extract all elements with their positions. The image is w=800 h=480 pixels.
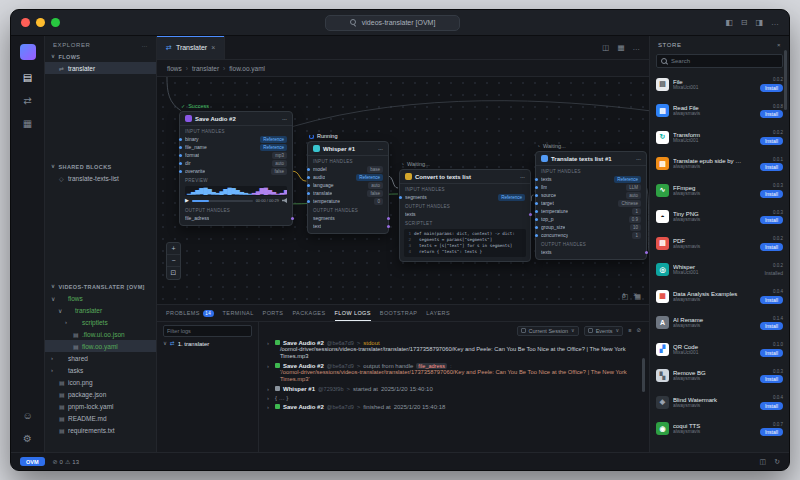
expand-caret-icon[interactable]: › xyxy=(267,363,272,369)
store-search[interactable] xyxy=(656,54,783,68)
install-button[interactable]: Install xyxy=(760,216,783,224)
node-convert-to-texts-list[interactable]: Waiting... Convert to texts list Input H… xyxy=(399,169,531,262)
session-select[interactable]: Current Session xyxy=(517,326,579,336)
zoom-button[interactable]: − xyxy=(167,255,180,267)
file-tree-item[interactable]: ▤ icon.png xyxy=(45,376,156,388)
input-port-row[interactable]: format mp3 xyxy=(180,151,292,159)
input-port-row[interactable]: language auto xyxy=(308,181,388,189)
store-item[interactable]: ▤ File MixaUct001 0.0.2 Install xyxy=(655,71,784,98)
node-more-icon[interactable] xyxy=(282,116,287,121)
install-button[interactable]: Install xyxy=(760,296,783,304)
file-tree-item[interactable]: ∨ flows xyxy=(45,292,156,304)
panel-tab[interactable]: PACKAGES xyxy=(292,305,325,321)
log-entry[interactable]: › Save Audio #2 @be6a7d9 > finished at xyxy=(267,402,639,411)
node-translate-texts-list-1[interactable]: Waiting... Translate texts list #1 Input… xyxy=(535,151,647,260)
file-tree-item[interactable]: › scriptlets xyxy=(45,316,156,328)
log-entry[interactable]: › Whisper #1 @7293f9b > started at 20 xyxy=(267,384,639,393)
store-item[interactable]: ↻ Transform MixaUct001 0.0.2 Install xyxy=(655,124,784,151)
filter-logs-input[interactable] xyxy=(163,325,252,337)
breadcrumb-flows[interactable]: flows xyxy=(167,65,182,72)
input-port-row[interactable]: segments Reference xyxy=(400,193,530,201)
play-button[interactable] xyxy=(185,198,189,203)
expand-caret-icon[interactable]: › xyxy=(267,395,272,401)
zoom-button[interactable]: + xyxy=(167,243,180,255)
install-button[interactable]: Install xyxy=(760,349,783,357)
editor-more-icon[interactable] xyxy=(633,44,641,52)
log-collapsed-object[interactable]: { … } xyxy=(275,395,288,401)
install-button[interactable]: Install xyxy=(760,190,783,198)
sync-icon[interactable] xyxy=(774,458,780,465)
output-port-row[interactable]: texts xyxy=(400,210,530,218)
file-tree-item[interactable]: › shared xyxy=(45,352,156,364)
clear-logs-icon[interactable] xyxy=(636,328,641,334)
input-port-row[interactable]: dir auto xyxy=(180,159,292,167)
editor-tab-translater[interactable]: Translater xyxy=(157,36,225,59)
node-save-audio-2[interactable]: Success Save Audio #2 Input Handles bina… xyxy=(179,111,293,226)
split-editor-icon[interactable] xyxy=(602,44,609,52)
input-port-row[interactable]: texts Reference xyxy=(536,175,646,183)
breadcrumb-file[interactable]: flow.oo.yaml xyxy=(219,65,265,72)
logs-tree-item-translater[interactable]: 1. translater xyxy=(163,341,252,347)
panel-tab[interactable]: TERMINAL xyxy=(223,305,254,321)
output-port-row[interactable]: texts xyxy=(536,248,646,256)
file-tree-item[interactable]: ▤ package.json xyxy=(45,388,156,400)
node-header[interactable]: Translate texts list #1 xyxy=(536,152,646,166)
expand-caret-icon[interactable]: › xyxy=(267,386,272,392)
close-panel-icon[interactable] xyxy=(633,292,637,299)
store-item[interactable]: ▦ Data Analysis Examples alwaysmavis 0.0… xyxy=(655,283,784,310)
install-button[interactable]: Install xyxy=(760,110,783,118)
input-port-row[interactable]: model base xyxy=(308,165,388,173)
node-more-icon[interactable] xyxy=(378,146,383,151)
events-select[interactable]: Events xyxy=(584,326,624,336)
settings-icon[interactable] xyxy=(23,434,32,444)
node-more-icon[interactable] xyxy=(636,156,641,161)
node-header[interactable]: Convert to texts list xyxy=(400,170,530,184)
file-tree-item[interactable]: ▤ flow.oo.yaml xyxy=(45,340,156,352)
explorer-more-icon[interactable] xyxy=(141,42,148,48)
log-entry[interactable]: › Save Audio #2 @be6a7d9 > stdout xyxy=(267,338,639,361)
input-port-row[interactable]: temperature 0 xyxy=(308,197,388,205)
install-button[interactable]: Installed xyxy=(764,269,783,277)
input-port-row[interactable]: group_size 10 xyxy=(536,223,646,231)
maximize-window-button[interactable] xyxy=(51,18,60,27)
node-whisper-1[interactable]: Running Whisper #1 Input Handles model xyxy=(307,141,389,234)
node-more-icon[interactable] xyxy=(520,174,525,179)
log-entry[interactable]: › { … } xyxy=(267,393,639,402)
store-item[interactable]: ◉ coqui TTS alwaysmavis 0.0.7 Install xyxy=(655,416,784,443)
store-item[interactable]: ▞ QR Code MixaUct001 0.1.0 Install xyxy=(655,336,784,363)
minimize-window-button[interactable] xyxy=(36,18,45,27)
panel-tab[interactable]: LAYERS xyxy=(426,305,450,321)
file-tree-item[interactable]: › tasks xyxy=(45,364,156,376)
input-port-row[interactable]: audio Reference xyxy=(308,173,388,181)
install-button[interactable]: Install xyxy=(760,84,783,92)
install-button[interactable]: Install xyxy=(760,402,783,410)
input-port-row[interactable]: target Chinese xyxy=(536,199,646,207)
ovm-badge[interactable]: OVM xyxy=(20,457,45,466)
store-item[interactable]: ◓ Tiny PNG alwaysmavis 0.0.3 Install xyxy=(655,204,784,231)
input-port-row[interactable]: temperature 1 xyxy=(536,207,646,215)
logs-scrollbar[interactable] xyxy=(642,358,645,392)
zoom-button[interactable]: ⊡ xyxy=(167,267,180,279)
file-tree-item[interactable]: ∨ translater xyxy=(45,304,156,316)
output-port-row[interactable]: segments xyxy=(308,214,388,222)
volume-icon[interactable] xyxy=(282,198,287,203)
flows-icon[interactable] xyxy=(23,96,31,106)
node-header[interactable]: Save Audio #2 xyxy=(180,112,292,126)
install-button[interactable]: Install xyxy=(760,243,783,251)
store-item[interactable]: ▤ Read File alwaysmavis 0.0.8 Install xyxy=(655,98,784,125)
expand-caret-icon[interactable]: › xyxy=(267,404,272,410)
section-flows[interactable]: FLOWS xyxy=(45,52,156,62)
file-tree-item[interactable]: ▤ pnpm-lock.yaml xyxy=(45,400,156,412)
log-options-icon[interactable] xyxy=(628,328,631,334)
install-button[interactable]: Install xyxy=(760,375,783,383)
breadcrumb-translater[interactable]: translater xyxy=(182,65,219,72)
command-center[interactable]: videos-translater [OVM] xyxy=(325,15,461,31)
panel-tab[interactable]: PORTS xyxy=(263,305,284,321)
toggle-secondary-sidebar-icon[interactable] xyxy=(755,19,763,27)
input-port-row[interactable]: top_p 0.9 xyxy=(536,215,646,223)
section-shared-blocks[interactable]: SHARED BLOCKS xyxy=(45,162,156,172)
flow-canvas[interactable]: Success Save Audio #2 Input Handles bina… xyxy=(157,77,649,304)
seek-bar[interactable] xyxy=(192,200,253,202)
install-button[interactable]: Install xyxy=(760,163,783,171)
store-item[interactable]: ◎ Whisper MixaUct001 0.0.2 Installed xyxy=(655,257,784,284)
